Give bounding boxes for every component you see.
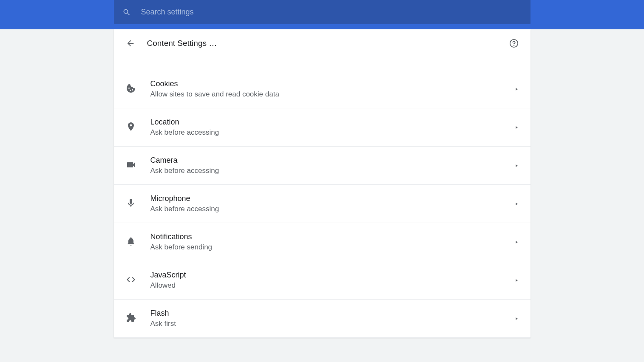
- row-content: CameraAsk before accessing: [150, 156, 514, 175]
- main-container: Content Settings … CookiesAllow sites to…: [0, 29, 644, 338]
- settings-row-microphone[interactable]: MicrophoneAsk before accessing: [114, 185, 531, 223]
- settings-row-flash[interactable]: FlashAsk first: [114, 300, 531, 338]
- chevron-right-icon: [514, 85, 519, 93]
- row-content: LocationAsk before accessing: [150, 118, 514, 137]
- settings-row-javascript[interactable]: JavaScriptAllowed: [114, 261, 531, 300]
- row-subtitle: Ask before sending: [150, 243, 514, 252]
- row-content: JavaScriptAllowed: [150, 271, 514, 290]
- help-icon[interactable]: [509, 39, 519, 48]
- row-subtitle: Ask before accessing: [150, 205, 514, 213]
- row-title: Cookies: [150, 79, 514, 88]
- row-subtitle: Ask before accessing: [150, 167, 514, 175]
- chevron-right-icon: [514, 124, 519, 131]
- row-title: Notifications: [150, 232, 514, 241]
- search-input[interactable]: [141, 8, 522, 17]
- row-subtitle: Ask before accessing: [150, 128, 514, 137]
- flash-icon: [126, 313, 150, 325]
- settings-row-notifications[interactable]: NotificationsAsk before sending: [114, 223, 531, 261]
- settings-list: CookiesAllow sites to save and read cook…: [114, 57, 531, 338]
- notifications-icon: [126, 236, 150, 248]
- row-content: NotificationsAsk before sending: [150, 232, 514, 252]
- search-icon: [122, 8, 131, 17]
- javascript-icon: [126, 274, 150, 286]
- settings-row-camera[interactable]: CameraAsk before accessing: [114, 147, 531, 185]
- back-arrow-icon[interactable]: [126, 39, 135, 48]
- chevron-right-icon: [514, 315, 519, 322]
- chevron-right-icon: [514, 200, 519, 208]
- row-content: CookiesAllow sites to save and read cook…: [150, 79, 514, 99]
- microphone-icon: [126, 198, 150, 210]
- row-content: FlashAsk first: [150, 309, 514, 328]
- row-content: MicrophoneAsk before accessing: [150, 194, 514, 213]
- settings-row-location[interactable]: LocationAsk before accessing: [114, 108, 531, 147]
- row-title: Camera: [150, 156, 514, 165]
- chevron-right-icon: [514, 162, 519, 170]
- camera-icon: [126, 160, 150, 172]
- row-subtitle: Allow sites to save and read cookie data: [150, 90, 514, 99]
- row-title: Flash: [150, 309, 514, 318]
- top-bar: [0, 0, 644, 29]
- search-bar[interactable]: [114, 0, 531, 24]
- row-title: Location: [150, 118, 514, 127]
- row-title: Microphone: [150, 194, 514, 203]
- row-title: JavaScript: [150, 271, 514, 280]
- settings-panel: Content Settings … CookiesAllow sites to…: [114, 29, 531, 338]
- page-title: Content Settings …: [147, 39, 509, 48]
- chevron-right-icon: [514, 238, 519, 246]
- row-subtitle: Ask first: [150, 320, 514, 328]
- panel-header: Content Settings …: [114, 29, 531, 57]
- row-subtitle: Allowed: [150, 281, 514, 290]
- location-icon: [126, 122, 150, 133]
- svg-point-1: [513, 45, 514, 45]
- chevron-right-icon: [514, 277, 519, 284]
- cookie-icon: [126, 83, 150, 95]
- settings-row-cookies[interactable]: CookiesAllow sites to save and read cook…: [114, 70, 531, 108]
